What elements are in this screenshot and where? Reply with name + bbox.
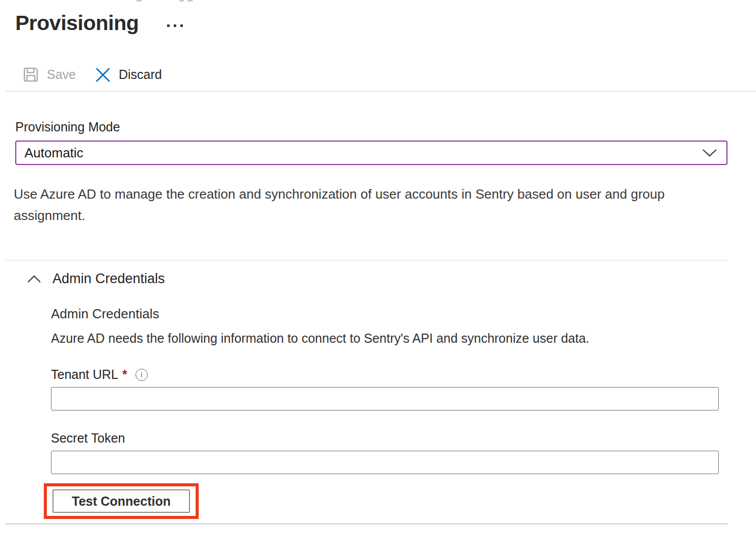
tenant-url-input[interactable] <box>51 387 719 410</box>
clipped-content-artifact <box>179 0 184 2</box>
provisioning-mode-label: Provisioning Mode <box>15 120 756 134</box>
more-options-icon[interactable] <box>165 22 185 29</box>
secret-token-input[interactable] <box>51 451 719 474</box>
dot <box>174 24 176 27</box>
page-header: Provisioning <box>15 11 756 35</box>
tenant-url-label: Tenant URL <box>51 367 118 382</box>
discard-button[interactable]: Discard <box>95 67 162 83</box>
test-connection-button[interactable]: Test Connection <box>52 489 190 513</box>
command-bar: Save Discard <box>23 67 756 83</box>
clipped-content-artifact <box>137 0 142 2</box>
dot <box>180 24 183 27</box>
admin-credentials-description: Azure AD needs the following information… <box>51 331 756 346</box>
admin-credentials-subtitle: Admin Credentials <box>51 306 756 322</box>
annotation-highlight-box: Test Connection <box>44 483 199 519</box>
provisioning-mode-value: Automatic <box>24 145 84 161</box>
required-marker: * <box>122 367 127 382</box>
secret-token-label: Secret Token <box>51 431 756 446</box>
save-button-label: Save <box>47 67 76 82</box>
section-title: Admin Credentials <box>52 271 165 287</box>
divider <box>5 523 727 525</box>
info-icon[interactable]: i <box>136 369 148 381</box>
clipped-content-artifact <box>187 0 193 2</box>
admin-credentials-section-toggle[interactable]: Admin Credentials <box>27 271 756 287</box>
save-icon <box>23 67 39 83</box>
provisioning-mode-select[interactable]: Automatic <box>15 141 727 165</box>
provisioning-mode-description: Use Azure AD to manage the creation and … <box>14 183 677 226</box>
admin-credentials-content: Admin Credentials Azure AD needs the fol… <box>51 306 756 519</box>
chevron-down-icon <box>702 148 717 157</box>
divider <box>5 91 756 92</box>
divider <box>5 260 727 261</box>
page-title: Provisioning <box>15 11 139 35</box>
tenant-url-label-row: Tenant URL * i <box>51 367 756 382</box>
dot <box>167 24 170 27</box>
save-button[interactable]: Save <box>23 67 76 83</box>
discard-button-label: Discard <box>119 67 162 82</box>
close-icon <box>95 67 111 83</box>
chevron-up-icon <box>27 275 41 283</box>
